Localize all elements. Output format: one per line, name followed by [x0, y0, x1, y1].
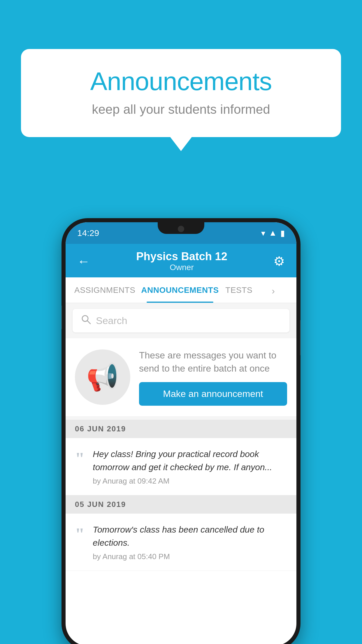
- megaphone-icon: 📢: [86, 362, 119, 393]
- promo-right: These are messages you want to send to t…: [139, 349, 287, 406]
- date-separator-2: 05 JUN 2019: [66, 495, 296, 514]
- announcement-item-2[interactable]: " Tomorrow's class has been cancelled du…: [66, 514, 296, 571]
- tab-more[interactable]: ›: [256, 277, 291, 303]
- megaphone-circle: 📢: [75, 349, 130, 405]
- bubble-title: Announcements: [44, 66, 318, 96]
- announcement-meta-2: by Anurag at 05:40 PM: [93, 552, 287, 561]
- tab-tests[interactable]: TESTS: [222, 277, 256, 303]
- speech-bubble-container: Announcements keep all your students inf…: [21, 49, 341, 137]
- signal-icon: ▲: [269, 228, 277, 238]
- wifi-icon: ▾: [261, 228, 265, 238]
- speech-bubble: Announcements keep all your students inf…: [21, 49, 341, 137]
- battery-icon: ▮: [280, 228, 285, 238]
- back-button[interactable]: ←: [77, 254, 90, 269]
- announcement-text-1: Hey class! Bring your practical record b…: [93, 447, 287, 474]
- promo-card: 📢 These are messages you want to send to…: [66, 338, 296, 416]
- app-header: ← Physics Batch 12 Owner ⚙: [66, 244, 296, 277]
- volume-button: [61, 306, 62, 329]
- search-placeholder: Search: [96, 315, 127, 326]
- quote-icon: ": [75, 450, 85, 467]
- status-time: 14:29: [77, 228, 99, 238]
- header-title-group: Physics Batch 12 Owner: [136, 250, 227, 272]
- header-title: Physics Batch 12: [136, 250, 227, 263]
- search-bar[interactable]: Search: [73, 309, 289, 332]
- phone-screen: 14:29 ▾ ▲ ▮ ← Physics Batch 12 Owner ⚙ A…: [66, 222, 296, 644]
- announcement-content-1: Hey class! Bring your practical record b…: [93, 447, 287, 486]
- search-icon: [81, 314, 91, 327]
- announcement-text-2: Tomorrow's class has been cancelled due …: [93, 523, 287, 549]
- notch: [158, 222, 204, 234]
- status-bar: 14:29 ▾ ▲ ▮: [66, 222, 296, 244]
- tab-announcements[interactable]: ANNOUNCEMENTS: [138, 277, 222, 303]
- announcement-content-2: Tomorrow's class has been cancelled due …: [93, 523, 287, 561]
- tab-bar: ASSIGNMENTS ANNOUNCEMENTS TESTS ›: [66, 277, 296, 303]
- bubble-subtitle: keep all your students informed: [44, 102, 318, 117]
- tab-assignments[interactable]: ASSIGNMENTS: [71, 277, 138, 303]
- phone-frame: 14:29 ▾ ▲ ▮ ← Physics Batch 12 Owner ⚙ A…: [61, 218, 301, 644]
- date-separator-1: 06 JUN 2019: [66, 420, 296, 438]
- status-icons: ▾ ▲ ▮: [261, 228, 285, 238]
- promo-description: These are messages you want to send to t…: [139, 349, 287, 375]
- front-camera: [178, 226, 184, 232]
- content-area: Search 📢 These are messages you want to …: [66, 303, 296, 571]
- quote-icon-2: ": [75, 525, 85, 543]
- announcement-item-1[interactable]: " Hey class! Bring your practical record…: [66, 438, 296, 495]
- header-subtitle: Owner: [136, 263, 227, 272]
- settings-icon[interactable]: ⚙: [273, 254, 285, 269]
- make-announcement-button[interactable]: Make an announcement: [139, 382, 287, 406]
- power-button: [300, 320, 301, 355]
- announcement-meta-1: by Anurag at 09:42 AM: [93, 477, 287, 486]
- svg-line-1: [87, 321, 90, 324]
